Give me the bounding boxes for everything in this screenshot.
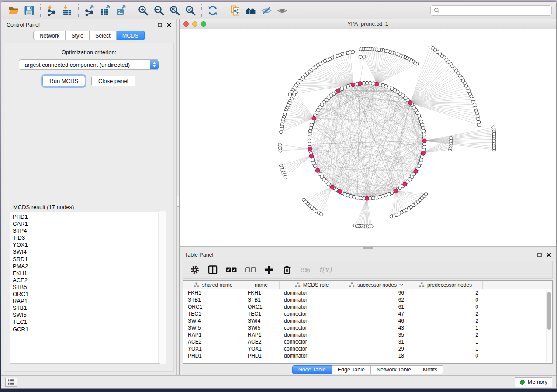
tab-edge-table[interactable]: Edge Table — [332, 365, 371, 374]
network-canvas[interactable] — [180, 29, 556, 246]
table-row[interactable]: RAP1RAP1dominator352 — [183, 331, 552, 338]
dominator-node[interactable] — [365, 196, 369, 200]
zoom-selected-icon[interactable] — [183, 3, 198, 17]
tab-motifs[interactable]: Motifs — [417, 365, 443, 374]
network-node[interactable] — [424, 193, 428, 196]
column-header-MCDS-role[interactable]: MCDS role — [280, 281, 344, 289]
network-node[interactable] — [280, 130, 283, 134]
minimize-window-icon[interactable] — [192, 21, 197, 27]
show-all-icon[interactable] — [274, 3, 290, 17]
column-header-shared-name[interactable]: shared name — [183, 281, 243, 289]
network-node[interactable] — [449, 136, 453, 140]
close-window-icon[interactable] — [183, 21, 189, 27]
mcds-result-item[interactable]: TID3 — [13, 234, 164, 241]
table-splitter[interactable] — [180, 246, 556, 249]
mcds-result-item[interactable]: FKH1 — [13, 270, 164, 277]
import-table-icon[interactable] — [59, 3, 75, 17]
mcds-result-item[interactable]: YOX1 — [13, 241, 164, 248]
column-header-name[interactable]: name — [243, 281, 280, 289]
scrollbar-thumb[interactable] — [547, 292, 551, 330]
table-row[interactable]: ORC1ORC1dominator610 — [183, 303, 552, 310]
table-options-icon[interactable] — [190, 265, 200, 275]
export-image-icon[interactable] — [113, 3, 129, 17]
maximize-window-icon[interactable] — [201, 21, 206, 27]
run-mcds-button[interactable]: Run MCDS — [42, 76, 85, 86]
panel-splitter[interactable] — [176, 19, 180, 375]
table-row[interactable]: YOX1YOX1connector291 — [183, 345, 552, 352]
dominator-node[interactable] — [358, 82, 362, 86]
network-node[interactable] — [492, 126, 495, 129]
result-list-scrollbar[interactable] — [160, 211, 166, 364]
criterion-dropdown[interactable]: largest connected component (undirected) — [19, 59, 159, 70]
clone-network-icon[interactable] — [227, 3, 243, 17]
network-node[interactable] — [429, 45, 432, 48]
tab-select[interactable]: Select — [90, 31, 117, 40]
export-network-icon[interactable] — [82, 3, 97, 17]
close-panel-button[interactable]: Close panel — [91, 76, 135, 86]
network-window-titlebar[interactable]: YPA_prune.txt_1 — [180, 19, 556, 29]
dominator-node[interactable] — [336, 89, 340, 93]
dominator-node[interactable] — [408, 101, 412, 105]
delete-column-icon[interactable] — [282, 265, 292, 275]
search-field[interactable] — [430, 5, 552, 16]
network-node[interactable] — [359, 55, 362, 59]
tab-network[interactable]: Network — [33, 31, 66, 40]
mcds-result-item[interactable]: STB5 — [13, 284, 164, 291]
deselect-all-rows-icon[interactable] — [245, 267, 256, 273]
mcds-result-item[interactable]: SWI5 — [13, 312, 164, 319]
column-header-successor-nodes[interactable]: successor nodes — [344, 281, 408, 289]
mcds-result-item[interactable]: SRD1 — [13, 256, 164, 263]
tab-network-table[interactable]: Network Table — [371, 365, 417, 374]
add-column-icon[interactable] — [264, 265, 274, 275]
table-row[interactable]: PHD1PHD1dominator180 — [183, 352, 552, 359]
select-all-rows-icon[interactable] — [226, 267, 237, 273]
search-input[interactable] — [442, 7, 548, 14]
dominator-node[interactable] — [421, 151, 425, 155]
dominator-node[interactable] — [330, 185, 334, 189]
network-node[interactable] — [363, 55, 366, 58]
show-panels-button[interactable] — [5, 378, 17, 387]
mcds-result-item[interactable]: GCR1 — [13, 326, 164, 333]
save-session-icon[interactable] — [21, 3, 37, 17]
mcds-result-item[interactable]: SWI4 — [13, 248, 164, 255]
dominator-node[interactable] — [316, 168, 320, 172]
mcds-result-item[interactable]: ACE2 — [13, 277, 164, 284]
tab-mcds[interactable]: MCDS — [117, 31, 145, 40]
mcds-result-item[interactable]: STP4 — [13, 227, 164, 234]
table-row[interactable]: SWI5SWI5connector431 — [183, 324, 552, 331]
zoom-out-icon[interactable] — [151, 3, 167, 17]
show-columns-icon[interactable] — [208, 265, 218, 275]
mcds-result-item[interactable]: CAR1 — [13, 220, 164, 227]
dominator-node[interactable] — [414, 169, 418, 173]
dominator-node[interactable] — [312, 116, 316, 120]
table-row[interactable]: ACE2ACE2connector311 — [183, 338, 552, 345]
open-file-icon[interactable] — [6, 3, 21, 17]
mcds-result-item[interactable]: TEC1 — [13, 319, 164, 326]
first-neighbors-icon[interactable] — [243, 3, 259, 17]
hide-selected-icon[interactable] — [259, 3, 274, 17]
float-panel-icon[interactable] — [158, 23, 162, 27]
close-panel-icon[interactable] — [167, 23, 171, 27]
table-scrollbar[interactable] — [546, 290, 551, 362]
memory-button[interactable]: Memory — [515, 377, 552, 387]
dominator-node[interactable] — [375, 82, 379, 86]
column-header-predecessor-nodes[interactable]: predecessor nodes — [408, 281, 483, 289]
zoom-fit-icon[interactable] — [167, 3, 183, 17]
mcds-result-item[interactable]: ORC1 — [13, 291, 164, 298]
network-node[interactable] — [288, 93, 292, 96]
table-row[interactable]: FKH1FKH1dominator962 — [183, 289, 552, 296]
tab-style[interactable]: Style — [66, 31, 90, 40]
network-node[interactable] — [279, 149, 282, 152]
refresh-layout-icon[interactable] — [205, 3, 221, 17]
splitter-handle[interactable] — [177, 196, 179, 207]
dominator-node[interactable] — [351, 83, 355, 87]
network-node[interactable] — [320, 213, 323, 216]
import-network-icon[interactable] — [44, 3, 59, 17]
mcds-result-item[interactable]: PHD1 — [13, 213, 164, 220]
table-row[interactable]: SWI4SWI4dominator462 — [183, 317, 552, 324]
mcds-result-item[interactable]: RAP1 — [13, 298, 164, 305]
zoom-in-icon[interactable] — [135, 3, 151, 17]
float-panel-icon[interactable] — [537, 253, 542, 257]
table-row[interactable]: TEC1TEC1connector472 — [183, 310, 552, 317]
dominator-node[interactable] — [338, 190, 342, 194]
